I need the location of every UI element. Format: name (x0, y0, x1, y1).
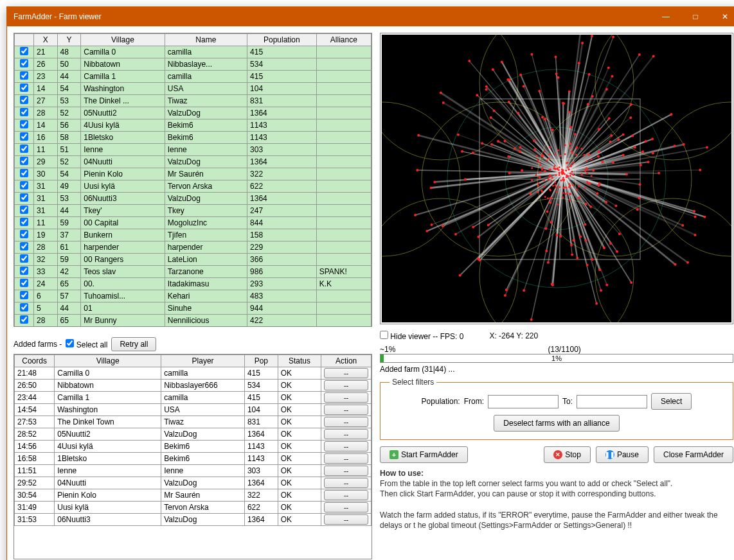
action-button[interactable]: -- (324, 392, 368, 403)
select-button[interactable]: Select (651, 393, 692, 410)
table-row[interactable]: 27:53The Dinkel TownTiwaz831OK-- (15, 416, 371, 428)
population-from-input[interactable] (488, 395, 559, 408)
select-all-checkbox[interactable]: Select all (66, 339, 107, 349)
table-row[interactable]: 16:581BletskoBekim61143OK-- (15, 453, 371, 465)
table-row[interactable]: 31:5306Nuutti3ValzuDog1364OK-- (15, 514, 371, 526)
map-viewer[interactable] (382, 35, 731, 322)
table-row[interactable]: 21:48Camilla 0camilla415OK-- (15, 367, 371, 380)
population-to-input[interactable] (577, 395, 647, 408)
added-farms-table[interactable]: CoordsVillagePlayerPopStatusAction 21:48… (14, 354, 371, 526)
column-header[interactable]: Village (81, 34, 165, 46)
pause-button[interactable]: ❚❚Pause (596, 446, 649, 463)
action-button[interactable]: -- (324, 453, 368, 464)
table-row[interactable]: 14:564Uusi kyläBekim61143OK-- (15, 441, 371, 453)
row-checkbox[interactable] (20, 132, 28, 141)
row-checkbox[interactable] (20, 315, 28, 324)
table-row[interactable]: 285205Nuutti2ValzuDog1364 (15, 107, 371, 119)
row-checkbox[interactable] (20, 47, 28, 55)
table-row[interactable]: 2148Camilla 0camilla415 (15, 46, 371, 58)
row-checkbox[interactable] (20, 181, 28, 189)
table-row[interactable]: 657Tuhoamisl...Kehari483 (15, 290, 371, 302)
table-row[interactable]: 29:5204NuuttiValzuDog1364OK-- (15, 477, 371, 489)
deselect-alliance-button[interactable]: Deselect farms with an alliance (494, 415, 619, 432)
action-button[interactable]: -- (324, 466, 368, 476)
row-checkbox[interactable] (20, 96, 28, 104)
column-header[interactable]: Name (165, 34, 247, 46)
minimize-icon[interactable]: — (651, 7, 681, 26)
column-header[interactable]: Coords (15, 355, 55, 367)
column-header[interactable]: Action (321, 355, 371, 367)
row-checkbox[interactable] (20, 279, 28, 287)
action-button[interactable]: -- (324, 502, 368, 512)
column-header[interactable]: Status (278, 355, 321, 367)
table-row[interactable]: 115900 CapitalMogoluzInc844 (15, 217, 371, 229)
close-icon[interactable]: ✕ (710, 7, 734, 26)
row-checkbox[interactable] (20, 303, 28, 311)
action-button[interactable]: -- (324, 478, 368, 488)
row-checkbox[interactable] (20, 108, 28, 116)
start-farmadder-button[interactable]: +Start FarmAdder (380, 446, 468, 463)
row-checkbox[interactable] (20, 59, 28, 67)
table-row[interactable]: 2753The Dinkel ...Tiwaz831 (15, 95, 371, 107)
row-checkbox[interactable] (20, 254, 28, 263)
table-row[interactable]: 3054Pienin KoloMr Saurén322 (15, 168, 371, 180)
action-button[interactable]: -- (324, 441, 368, 451)
table-row[interactable]: 3144Tkey'Tkey247 (15, 205, 371, 217)
table-row[interactable]: 2865Mr BunnyNennilicious422 (15, 315, 371, 327)
table-row[interactable]: 14564Uusi kyläBekim61143 (15, 119, 371, 132)
row-checkbox[interactable] (20, 267, 28, 275)
action-button[interactable]: -- (324, 514, 368, 525)
action-button[interactable]: -- (324, 368, 368, 378)
farm-table[interactable]: XYVillageNamePopulationAlliance 2148Cami… (14, 33, 371, 326)
table-row[interactable]: 23:44Camilla 1camilla415OK-- (15, 392, 371, 404)
hide-viewer-checkbox[interactable]: Hide viewer -- FPS: 0 (380, 331, 463, 341)
table-row[interactable]: 246500.Itadakimasu293K.K (15, 278, 371, 290)
action-button[interactable]: -- (324, 417, 368, 427)
action-button[interactable]: -- (324, 405, 368, 415)
table-row[interactable]: 2344Camilla 1camilla415 (15, 71, 371, 83)
row-checkbox[interactable] (20, 230, 28, 238)
table-row[interactable]: 1454WashingtonUSA104 (15, 83, 371, 95)
table-row[interactable]: 1937BunkernTjifen158 (15, 229, 371, 241)
table-row[interactable]: 31:49Uusi kyläTervon Arska622OK-- (15, 502, 371, 514)
table-row[interactable]: 26:50NibbatownNibbaslayer666534OK-- (15, 380, 371, 392)
column-header[interactable]: X (34, 34, 58, 46)
row-checkbox[interactable] (20, 71, 28, 80)
column-header[interactable]: Player (161, 355, 245, 367)
row-checkbox[interactable] (20, 218, 28, 226)
column-header[interactable]: Pop (244, 355, 278, 367)
table-row[interactable]: 14:54WashingtonUSA104OK-- (15, 404, 371, 416)
action-button[interactable]: -- (324, 490, 368, 500)
action-button[interactable]: -- (324, 429, 368, 439)
row-checkbox[interactable] (20, 169, 28, 177)
action-button[interactable]: -- (324, 380, 368, 390)
row-checkbox[interactable] (20, 206, 28, 214)
table-row[interactable]: 2650NibbatownNibbaslaye...534 (15, 58, 371, 71)
table-row[interactable]: 2861harpenderharpender229 (15, 241, 371, 254)
table-row[interactable]: 54401Sinuhe944 (15, 302, 371, 315)
table-row[interactable]: 11:51IenneIenne303OK-- (15, 465, 371, 477)
table-row[interactable]: 28:5205Nuutti2ValzuDog1364OK-- (15, 428, 371, 441)
row-checkbox[interactable] (20, 291, 28, 299)
retry-all-button[interactable]: Retry all (111, 337, 156, 351)
row-checkbox[interactable] (20, 120, 28, 128)
row-checkbox[interactable] (20, 193, 28, 202)
table-row[interactable]: 325900 RangersLateLion366 (15, 254, 371, 266)
table-row[interactable]: 30:54Pienin KoloMr Saurén322OK-- (15, 489, 371, 502)
row-checkbox[interactable] (20, 144, 28, 153)
table-row[interactable]: 1151IenneIenne303 (15, 144, 371, 156)
stop-button[interactable]: ✕Stop (544, 446, 591, 463)
table-row[interactable]: 315306Nuutti3ValzuDog1364 (15, 193, 371, 205)
column-header[interactable]: Alliance (316, 34, 371, 46)
close-farmadder-button[interactable]: Close FarmAdder (654, 446, 733, 463)
table-row[interactable]: 3149Uusi kyläTervon Arska622 (15, 180, 371, 193)
column-header[interactable]: Village (55, 355, 161, 367)
table-row[interactable]: 16581BletskoBekim61143 (15, 132, 371, 144)
table-row[interactable]: 3342Teos slavTarzanone986SPANK! (15, 266, 371, 278)
column-header[interactable]: Population (247, 34, 317, 46)
titlebar[interactable]: FarmAdder - Farm viewer — □ ✕ (7, 7, 734, 26)
table-row[interactable]: 295204NuuttiValzuDog1364 (15, 156, 371, 168)
maximize-icon[interactable]: □ (681, 7, 710, 26)
row-checkbox[interactable] (20, 242, 28, 250)
column-header[interactable] (15, 34, 34, 46)
